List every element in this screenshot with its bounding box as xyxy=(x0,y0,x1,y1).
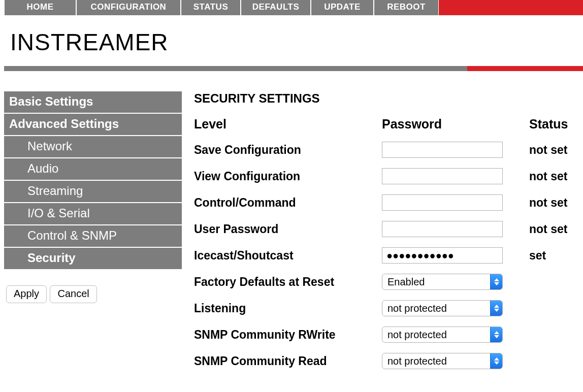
status-user-password: not set xyxy=(524,222,578,236)
status-view-configuration: not set xyxy=(524,170,578,183)
nav-configuration[interactable]: CONFIGURATION xyxy=(76,0,181,15)
header-level: Level xyxy=(194,117,382,132)
header-password: Password xyxy=(382,117,524,132)
select-snmp-read-value: not protected xyxy=(382,355,490,367)
svg-marker-0 xyxy=(494,278,499,281)
label-factory-defaults: Factory Defaults at Reset xyxy=(194,275,382,289)
input-view-configuration[interactable] xyxy=(382,168,503,184)
row-user-password: User Password not set xyxy=(194,221,578,237)
input-save-configuration[interactable] xyxy=(382,142,503,158)
input-icecast-shoutcast[interactable] xyxy=(382,247,503,264)
label-icecast-shoutcast: Icecast/Shoutcast xyxy=(194,249,382,263)
row-snmp-read: SNMP Community Read not protected xyxy=(194,353,578,369)
sidebar-item-control-snmp[interactable]: Control & SNMP xyxy=(4,225,182,248)
section-title: SECURITY SETTINGS xyxy=(194,91,578,106)
status-save-configuration: not set xyxy=(524,143,578,157)
header-row: Level Password Status xyxy=(194,117,578,132)
svg-marker-2 xyxy=(494,305,499,308)
select-snmp-rwrite[interactable]: not protected xyxy=(382,326,503,343)
nav-status[interactable]: STATUS xyxy=(181,0,241,15)
sidebar-advanced-settings[interactable]: Advanced Settings xyxy=(4,114,182,136)
updown-icon xyxy=(490,353,502,369)
svg-marker-3 xyxy=(494,309,499,312)
select-factory-defaults-value: Enabled xyxy=(382,276,490,288)
svg-marker-7 xyxy=(494,362,499,365)
content: SECURITY SETTINGS Level Password Status … xyxy=(194,91,583,379)
nav-update[interactable]: UPDATE xyxy=(311,0,374,15)
title-divider xyxy=(4,66,583,71)
svg-marker-6 xyxy=(494,357,499,361)
row-listening: Listening not protected xyxy=(194,300,578,316)
input-user-password[interactable] xyxy=(382,221,503,237)
label-save-configuration: Save Configuration xyxy=(194,143,382,157)
sidebar: Basic Settings Advanced Settings Network… xyxy=(4,91,182,303)
sidebar-basic-settings[interactable]: Basic Settings xyxy=(4,91,182,114)
status-control-command: not set xyxy=(524,196,578,210)
nav-home[interactable]: HOME xyxy=(4,0,76,15)
select-snmp-rwrite-value: not protected xyxy=(382,329,490,341)
updown-icon xyxy=(490,301,502,316)
label-snmp-rwrite: SNMP Community RWrite xyxy=(194,328,382,342)
select-listening-value: not protected xyxy=(382,303,490,314)
label-control-command: Control/Command xyxy=(194,196,382,210)
row-control-command: Control/Command not set xyxy=(194,194,578,211)
row-save-configuration: Save Configuration not set xyxy=(194,142,578,158)
apply-button[interactable]: Apply xyxy=(6,285,47,303)
select-snmp-read[interactable]: not protected xyxy=(382,353,503,369)
nav-reboot[interactable]: REBOOT xyxy=(374,0,439,15)
label-view-configuration: View Configuration xyxy=(194,170,382,183)
row-factory-defaults: Factory Defaults at Reset Enabled xyxy=(194,274,578,290)
label-user-password: User Password xyxy=(194,222,382,236)
svg-marker-1 xyxy=(494,282,499,285)
header-status: Status xyxy=(524,117,578,132)
row-snmp-rwrite: SNMP Community RWrite not protected xyxy=(194,326,578,343)
sidebar-item-security[interactable]: Security xyxy=(4,248,182,270)
top-nav: HOME CONFIGURATION STATUS DEFAULTS UPDAT… xyxy=(4,0,583,15)
row-view-configuration: View Configuration not set xyxy=(194,168,578,184)
select-factory-defaults[interactable]: Enabled xyxy=(382,274,503,290)
sidebar-item-io-serial[interactable]: I/O & Serial xyxy=(4,203,182,225)
sidebar-item-network[interactable]: Network xyxy=(4,136,182,158)
row-icecast-shoutcast: Icecast/Shoutcast set xyxy=(194,247,578,264)
input-control-command[interactable] xyxy=(382,194,503,211)
sidebar-buttons: Apply Cancel xyxy=(4,285,182,303)
updown-icon xyxy=(490,274,502,289)
app-title: INSTREAMER xyxy=(0,15,583,66)
sidebar-item-audio[interactable]: Audio xyxy=(4,158,182,181)
status-icecast-shoutcast: set xyxy=(524,249,578,263)
cancel-button[interactable]: Cancel xyxy=(50,285,96,303)
nav-spacer xyxy=(439,0,583,15)
label-snmp-read: SNMP Community Read xyxy=(194,354,382,368)
svg-marker-4 xyxy=(494,331,499,334)
label-listening: Listening xyxy=(194,302,382,315)
sidebar-item-streaming[interactable]: Streaming xyxy=(4,181,182,203)
svg-marker-5 xyxy=(494,335,499,338)
nav-defaults[interactable]: DEFAULTS xyxy=(241,0,311,15)
updown-icon xyxy=(490,327,502,342)
select-listening[interactable]: not protected xyxy=(382,300,503,316)
